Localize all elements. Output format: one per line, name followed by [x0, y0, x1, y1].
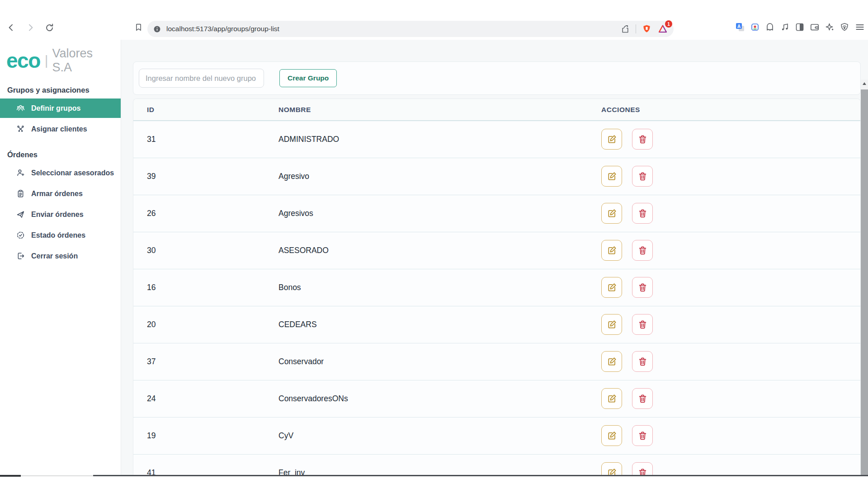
horizontal-scrollbar-thumb[interactable]	[0, 475, 21, 477]
group-actions-cell	[588, 380, 860, 417]
table-row: 39 Agresivo	[133, 158, 860, 195]
edit-group-button[interactable]	[601, 129, 622, 150]
delete-group-button[interactable]	[632, 425, 653, 446]
extension-robot-icon[interactable]	[750, 22, 760, 32]
sidebar-item-armar-ordenes[interactable]: Armar órdenes	[0, 184, 121, 203]
edit-group-button[interactable]	[601, 277, 622, 298]
section-label-groups: Grupos y asignaciones	[0, 81, 121, 99]
delete-group-button[interactable]	[632, 240, 653, 261]
group-name-cell: Conservador	[265, 343, 588, 380]
edit-group-button[interactable]	[601, 388, 622, 409]
table-row: 30 ASESORADO	[133, 232, 860, 269]
edit-icon	[607, 171, 617, 182]
app-page: eco | Valores S.A Grupos y asignaciones …	[0, 40, 868, 476]
assign-clients-icon	[16, 125, 25, 133]
logo-brand: eco	[6, 48, 40, 73]
delete-icon	[637, 357, 648, 367]
sidebar-item-estado-ordenes[interactable]: Estado órdenes	[0, 225, 121, 245]
toolbar-divider	[636, 24, 636, 33]
edit-icon	[607, 319, 617, 330]
group-name-cell: ConservadoresONs	[265, 380, 588, 417]
groups-table: ID NOMBRE ACCIONES 31 ADMINISTRADO	[133, 99, 860, 476]
menu-icon[interactable]	[854, 22, 865, 33]
edit-group-button[interactable]	[601, 240, 622, 261]
delete-group-button[interactable]	[632, 277, 653, 298]
sidebar-item-definir-grupos[interactable]: Definir grupos	[0, 99, 121, 118]
delete-icon	[637, 171, 648, 182]
edit-group-button[interactable]	[601, 166, 622, 187]
edit-group-button[interactable]	[601, 462, 622, 476]
edit-icon	[607, 245, 617, 256]
horizontal-scrollbar-track	[21, 475, 93, 476]
delete-group-button[interactable]	[632, 166, 653, 187]
svg-text:A: A	[737, 24, 741, 29]
edit-icon	[607, 208, 617, 219]
music-note-icon[interactable]	[780, 22, 790, 32]
reload-icon[interactable]	[43, 22, 55, 33]
back-icon[interactable]	[5, 22, 17, 33]
sidebar-item-cerrar-sesion[interactable]: Cerrar sesión	[0, 246, 121, 266]
delete-group-button[interactable]	[632, 351, 653, 372]
delete-group-button[interactable]	[632, 203, 653, 224]
sidebar-item-seleccionar-asesorados[interactable]: Seleccionar asesorados	[0, 163, 121, 183]
group-actions-cell	[588, 232, 860, 269]
sidebar-item-label: Estado órdenes	[31, 231, 85, 239]
edit-group-button[interactable]	[601, 351, 622, 372]
sidebar-item-label: Armar órdenes	[31, 190, 83, 198]
table-row: 37 Conservador	[133, 343, 860, 380]
group-id-cell: 19	[133, 417, 265, 454]
edit-group-button[interactable]	[601, 425, 622, 446]
forward-icon[interactable]	[24, 22, 36, 33]
group-actions-cell	[588, 343, 860, 380]
translate-icon[interactable]: A	[735, 22, 745, 32]
edit-icon	[607, 282, 617, 293]
group-name-cell: Fer_inv	[265, 454, 588, 476]
share-icon[interactable]	[620, 24, 630, 34]
wallet-icon[interactable]	[810, 22, 820, 32]
group-name-cell: Agresivos	[265, 195, 588, 232]
logout-icon	[16, 252, 25, 260]
vertical-scrollbar[interactable]	[861, 80, 868, 476]
group-id-cell: 20	[133, 306, 265, 343]
delete-group-button[interactable]	[632, 129, 653, 150]
group-id-cell: 41	[133, 454, 265, 476]
table-row: 24 ConservadoresONs	[133, 380, 860, 417]
group-actions-cell	[588, 269, 860, 306]
split-view-icon[interactable]	[795, 22, 805, 32]
edit-group-button[interactable]	[601, 203, 622, 224]
sidebar-item-label: Seleccionar asesorados	[31, 169, 114, 177]
rewards-badge: 1	[665, 20, 672, 28]
window-edge-line	[93, 475, 868, 476]
delete-group-button[interactable]	[632, 314, 653, 335]
vpn-shield-icon[interactable]	[840, 22, 849, 32]
scroll-up-arrow-icon[interactable]	[863, 82, 866, 85]
table-header-row: ID NOMBRE ACCIONES	[133, 99, 860, 121]
scrollbar-thumb[interactable]	[861, 89, 868, 476]
sparkle-icon[interactable]	[825, 22, 835, 32]
user-add-icon	[16, 169, 25, 177]
ghost-icon[interactable]	[765, 22, 775, 32]
table-row: 19 CyV	[133, 417, 860, 454]
group-id-cell: 16	[133, 269, 265, 306]
groups-table-card: ID NOMBRE ACCIONES 31 ADMINISTRADO	[133, 99, 861, 476]
brave-rewards-icon[interactable]: 1	[657, 23, 668, 34]
sidebar-item-asignar-clientes[interactable]: Asignar clientes	[0, 119, 121, 139]
sidebar-item-enviar-ordenes[interactable]: Enviar órdenes	[0, 205, 121, 224]
group-id-cell: 31	[133, 121, 265, 158]
delete-icon	[637, 208, 648, 219]
logo-company-name: Valores S.A	[52, 47, 114, 75]
bookmark-icon[interactable]	[134, 23, 143, 32]
delete-group-button[interactable]	[632, 388, 653, 409]
table-row: 31 ADMINISTRADO	[133, 121, 860, 158]
group-actions-cell	[588, 306, 860, 343]
new-group-name-input[interactable]	[139, 69, 264, 88]
site-info-icon[interactable]	[153, 25, 161, 33]
delete-group-button[interactable]	[632, 462, 653, 476]
edit-icon	[607, 394, 617, 404]
group-id-cell: 37	[133, 343, 265, 380]
address-bar[interactable]: localhost:5173/app/groups/group-list 1	[147, 21, 674, 37]
edit-group-button[interactable]	[601, 314, 622, 335]
brave-shield-icon[interactable]	[642, 24, 652, 34]
create-group-button[interactable]: Crear Grupo	[279, 69, 337, 87]
section-label-ordenes: Órdenes	[0, 146, 121, 163]
